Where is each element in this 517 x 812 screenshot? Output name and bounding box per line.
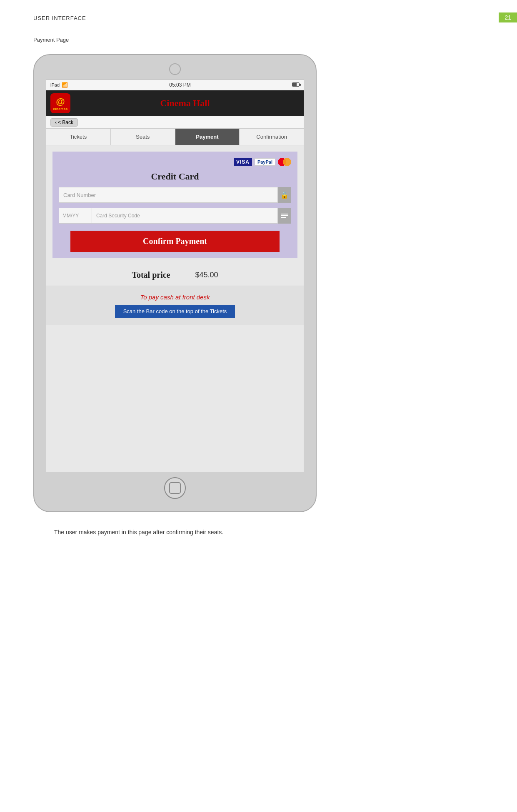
csc-placeholder: Card Security Code xyxy=(96,213,140,219)
device-frame: iPad 📶 05:03 PM @ cinemas Cinema Hall ‹ … xyxy=(33,54,317,512)
status-bar-right xyxy=(292,82,300,87)
logo-at-icon: @ xyxy=(56,96,65,107)
device-screen: iPad 📶 05:03 PM @ cinemas Cinema Hall ‹ … xyxy=(46,79,304,472)
tab-confirmation-label: Confirmation xyxy=(256,134,287,140)
cvv-icon xyxy=(278,208,291,224)
back-bar: ‹ < Back xyxy=(46,116,304,129)
paypal-icon: PayPal xyxy=(255,158,275,166)
tab-tickets[interactable]: Tickets xyxy=(46,129,111,145)
cvv-line-3 xyxy=(281,217,286,218)
credit-card-title: Credit Card xyxy=(151,171,199,182)
page-number: 21 xyxy=(499,12,517,22)
csc-wrapper: Card Security Code xyxy=(92,208,291,224)
page-description: The user makes payment in this page afte… xyxy=(54,529,262,536)
cash-section: To pay cash at front desk Scan the Bar c… xyxy=(46,286,304,325)
cash-text: To pay cash at front desk xyxy=(140,294,210,301)
confirm-payment-button[interactable]: Confirm Payment xyxy=(70,231,280,252)
tab-seats-label: Seats xyxy=(136,134,150,140)
home-button-inner xyxy=(169,482,181,494)
status-bar-left: iPad 📶 xyxy=(50,82,68,88)
cvv-line-1 xyxy=(281,214,288,214)
lock-icon: 🔒 xyxy=(278,187,291,203)
ipad-label: iPad xyxy=(50,82,60,87)
app-title: Cinema Hall xyxy=(70,98,300,109)
tab-payment-label: Payment xyxy=(196,134,218,140)
expiry-input[interactable]: MM/YY xyxy=(59,208,92,224)
total-price-row: Total price $45.00 xyxy=(46,264,304,286)
back-label: < Back xyxy=(58,120,73,125)
scan-barcode-button[interactable]: Scan the Bar code on the top of the Tick… xyxy=(115,305,235,318)
app-header: @ cinemas Cinema Hall xyxy=(46,90,304,116)
tab-payment[interactable]: Payment xyxy=(175,129,240,145)
home-button-area xyxy=(164,477,186,499)
total-price-label: Total price xyxy=(132,270,170,280)
payment-section: VISA PayPal Credit Card Card Number 🔒 xyxy=(52,152,297,258)
total-price-value: $45.00 xyxy=(195,271,218,279)
back-chevron-icon: ‹ xyxy=(55,120,57,125)
tab-confirmation[interactable]: Confirmation xyxy=(240,129,304,145)
cvv-line-2 xyxy=(281,215,288,216)
expiry-csc-row: MM/YY Card Security Code xyxy=(59,208,291,224)
page-label: Payment Page xyxy=(33,37,69,43)
cvv-lines-decoration xyxy=(281,214,288,218)
logo-subtext: cinemas xyxy=(53,107,68,111)
card-number-field-wrapper: Card Number 🔒 xyxy=(59,187,291,203)
content-area: VISA PayPal Credit Card Card Number 🔒 xyxy=(46,145,304,472)
tab-seats[interactable]: Seats xyxy=(111,129,175,145)
home-button[interactable] xyxy=(164,477,186,499)
visa-icon: VISA xyxy=(234,158,252,166)
device-camera xyxy=(169,63,181,75)
mastercard-icon xyxy=(278,158,291,166)
wifi-icon: 📶 xyxy=(62,82,68,88)
status-bar-time: 05:03 PM xyxy=(68,82,292,88)
payment-icons-row: VISA PayPal xyxy=(234,158,291,166)
app-logo: @ cinemas xyxy=(50,93,70,113)
back-button[interactable]: ‹ < Back xyxy=(50,118,78,127)
navigation-tabs: Tickets Seats Payment Confirmation xyxy=(46,129,304,145)
card-number-placeholder: Card Number xyxy=(63,192,96,198)
battery-icon xyxy=(292,82,300,87)
section-header: USER INTERFACE xyxy=(33,15,86,21)
csc-input[interactable]: Card Security Code xyxy=(92,208,278,224)
tab-tickets-label: Tickets xyxy=(70,134,87,140)
status-bar: iPad 📶 05:03 PM xyxy=(46,80,304,90)
expiry-placeholder: MM/YY xyxy=(62,213,79,219)
card-number-input[interactable]: Card Number xyxy=(59,187,278,203)
